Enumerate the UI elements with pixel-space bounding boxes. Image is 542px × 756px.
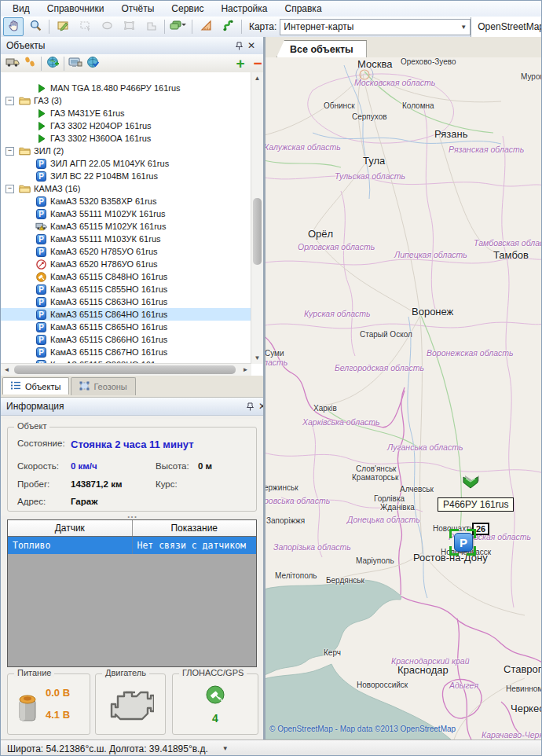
- pin-icon[interactable]: [233, 39, 245, 52]
- scrollbar-thumb[interactable]: [253, 198, 262, 265]
- tree-row[interactable]: PЗИЛ АГП 22.05 М104УК 61rus: [1, 157, 251, 170]
- layers-icon: [170, 20, 187, 34]
- scroll-down-icon[interactable]: ▼: [251, 352, 263, 364]
- menu-item-Справочники[interactable]: Справочники: [38, 2, 113, 16]
- tree-group[interactable]: −ЗИЛ (2): [1, 145, 251, 157]
- mileage-value: 143871,2 км: [71, 479, 122, 489]
- vehicle-truck-button[interactable]: [4, 56, 21, 72]
- layers-button[interactable]: [168, 17, 189, 36]
- tree-group[interactable]: −КАМАЗ (16): [1, 182, 251, 195]
- gps-gauge: ГЛОНАСС/GPS 4: [172, 673, 258, 735]
- map-canvas[interactable]: МоскваОрехово-ЗуевоМуромМосковская облас…: [266, 57, 542, 739]
- map-city-label: Невинномысск: [506, 684, 542, 693]
- tab-Геозоны[interactable]: Геозоны: [71, 377, 135, 395]
- select-area-button[interactable]: [75, 17, 95, 36]
- map-city-label: Жданівка: [380, 503, 415, 512]
- close-icon[interactable]: ✕: [245, 39, 258, 52]
- sensor-table-row[interactable]: ТопливоНет связи с датчиком: [8, 537, 256, 554]
- rect-tool-button[interactable]: [119, 17, 139, 36]
- map-city-label: Ставрополь: [504, 663, 542, 675]
- satellite-count: 4: [173, 712, 258, 725]
- map-region-label: Воронежская область: [427, 348, 514, 358]
- globe-add-button[interactable]: [44, 56, 61, 72]
- vehicle-direction-marker-icon[interactable]: [462, 475, 479, 494]
- ruler-button[interactable]: [196, 17, 216, 36]
- dial-red-icon: [35, 259, 47, 270]
- pin-icon[interactable]: [244, 400, 256, 413]
- tree-vertical-scrollbar[interactable]: ▲ ▼: [251, 72, 263, 364]
- tree-row[interactable]: PЗИЛ ВС 22 Р104ВМ 161rus: [1, 170, 251, 182]
- menu-item-Отчёты[interactable]: Отчёты: [112, 2, 163, 16]
- tree-row[interactable]: PКамАЗ 65115 С855НО 161rus: [1, 283, 251, 295]
- zoom-magnifier-button[interactable]: [25, 17, 46, 36]
- toolbar-separator: [192, 20, 192, 34]
- edit-map-icon: [57, 20, 69, 34]
- tree-row[interactable]: PКамАЗ 65115 С864НО 161rus: [1, 308, 251, 321]
- menu-item-Настройка[interactable]: Настройка: [212, 2, 276, 16]
- vehicle-truck-icon: [5, 57, 20, 70]
- speed-value: 0 км/ч: [71, 461, 97, 471]
- tree-row[interactable]: ГАЗ М431УЕ 61rus: [1, 107, 251, 119]
- tree-item-label: КамАЗ 65115 С865НО 161rus: [50, 322, 167, 332]
- p-badge-icon: P: [35, 209, 47, 219]
- map-tab-all-objects[interactable]: Все объекты: [276, 40, 367, 57]
- vehicle-monitor-button[interactable]: [67, 56, 84, 72]
- map-city-label: Москва: [357, 58, 392, 70]
- pan-hand-button[interactable]: [3, 17, 24, 36]
- scrollbar-thumb[interactable]: [14, 365, 236, 374]
- tree-row[interactable]: КамАЗ 6520 Н786УО 61rus: [1, 258, 251, 270]
- tree-row[interactable]: !КамАЗ 65115 М102УК 161rus: [1, 220, 251, 233]
- polygon-tool-button[interactable]: [141, 17, 161, 36]
- p-badge-icon: P: [35, 234, 47, 244]
- tree-row[interactable]: ГАЗ 3302 Н360ОА 161rus: [1, 132, 251, 145]
- p-badge-icon: P: [35, 310, 47, 320]
- map-city-label: Муром: [521, 72, 542, 81]
- menu-item-Вид[interactable]: Вид: [4, 2, 38, 16]
- add-object-button[interactable]: +: [232, 56, 249, 72]
- tree-row[interactable]: PКамАЗ 65115 С866НО 161rus: [1, 333, 251, 346]
- tree-row[interactable]: PКамАЗ 55111 М102УК 161rus: [1, 207, 251, 220]
- globe-check-button[interactable]: [84, 56, 101, 72]
- p-badge-icon: P: [35, 297, 47, 307]
- route-button[interactable]: [218, 17, 238, 36]
- tree-group[interactable]: −ГАЗ (3): [1, 94, 251, 107]
- map-city-label: Рязань: [434, 128, 467, 140]
- collapse-icon[interactable]: −: [5, 185, 14, 193]
- map-combo-label: Карта:: [249, 21, 276, 32]
- object-groupbox: Объект Состояние: Стоянка 2 часа 11 мину…: [7, 427, 257, 512]
- map-type-combobox[interactable]: Интернет-карты ▼: [280, 19, 471, 35]
- tree-row[interactable]: КамАЗ 65115 С848НО 161rus: [1, 270, 251, 283]
- map-region-label: Луганська область: [387, 442, 463, 452]
- ellipse-tool-button[interactable]: [97, 17, 117, 36]
- tree-row[interactable]: PКамАЗ 65115 С867НО 161rus: [1, 346, 251, 358]
- collapse-icon[interactable]: −: [5, 147, 14, 156]
- tree-row[interactable]: PКамАЗ 6520 Н785УО 61rus: [1, 245, 251, 258]
- value-column-header[interactable]: Показание: [133, 520, 257, 536]
- scroll-left-icon[interactable]: ◄: [1, 364, 13, 376]
- tree-row[interactable]: PКамАЗ 55111 М103УК 61rus: [1, 233, 251, 245]
- tab-Объекты[interactable]: Объекты: [2, 377, 69, 395]
- scroll-up-icon[interactable]: ▲: [251, 72, 263, 84]
- battery-icon: [16, 692, 39, 727]
- collapse-icon[interactable]: −: [5, 97, 14, 105]
- menu-item-Сервис[interactable]: Сервис: [163, 2, 212, 16]
- scroll-right-icon[interactable]: ►: [240, 364, 251, 376]
- tree-row[interactable]: ГАЗ 3302 Н204ОР 161rus: [1, 119, 251, 132]
- menu-item-Справка[interactable]: Справка: [276, 2, 330, 16]
- selected-vehicle-marker[interactable]: P: [449, 529, 476, 556]
- chevron-down-icon[interactable]: ▼: [222, 745, 229, 752]
- edit-map-button[interactable]: [53, 17, 73, 36]
- tree-horizontal-scrollbar[interactable]: ◄ ►: [1, 363, 251, 376]
- tracks-button[interactable]: [21, 56, 38, 72]
- sensor-column-header[interactable]: Датчик: [8, 520, 133, 536]
- info-panel-body: Объект Состояние: Стоянка 2 часа 11 мину…: [1, 419, 263, 516]
- tree-item-label: КамАЗ 65115 С867НО 161rus: [50, 347, 167, 357]
- tree-row[interactable]: MAN TGA 18.480 Р466РУ 161rus: [1, 82, 251, 94]
- map-combo-value: Интернет-карты: [284, 21, 353, 32]
- map-provider-combobox[interactable]: OpenStreetMap: [471, 17, 542, 37]
- map-city-label: Алчевськ: [400, 485, 434, 494]
- tree-row[interactable]: PКамАЗ 5320 В358ХР 61rus: [1, 195, 251, 207]
- tab-label: Объекты: [25, 382, 60, 391]
- tree-row[interactable]: PКамАЗ 65115 С865НО 161rus: [1, 321, 251, 333]
- tree-row[interactable]: PКамАЗ 65115 С863НО 161rus: [1, 295, 251, 308]
